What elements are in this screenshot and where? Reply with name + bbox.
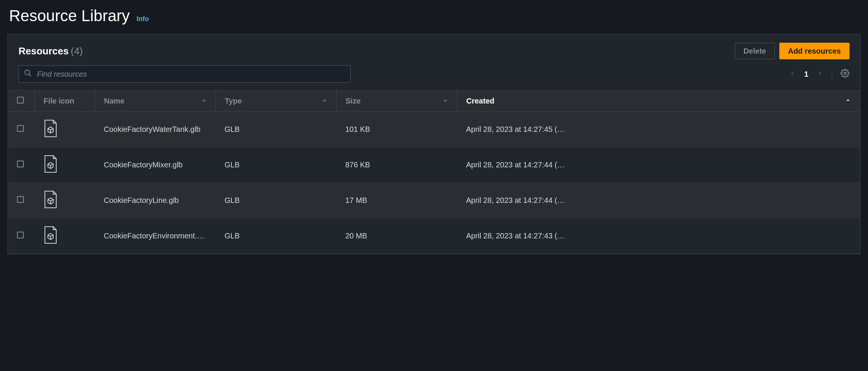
delete-button[interactable]: Delete <box>735 43 775 59</box>
resource-type: GLB <box>215 218 336 254</box>
svg-marker-3 <box>202 100 205 102</box>
col-created[interactable]: Created <box>457 91 860 112</box>
resources-heading: Resources (4) <box>18 45 83 57</box>
row-checkbox[interactable] <box>17 161 24 167</box>
page-title: Resource Library <box>9 7 130 25</box>
col-size-label: Size <box>346 97 361 105</box>
col-type-label: Type <box>225 97 242 105</box>
col-size[interactable]: Size <box>336 91 457 112</box>
col-file-icon[interactable]: File icon <box>34 91 95 112</box>
resource-name: CookieFactoryEnvironment.… <box>95 218 215 254</box>
row-checkbox[interactable] <box>17 125 24 132</box>
file-icon <box>43 119 58 139</box>
sort-indicator-icon <box>443 97 448 105</box>
file-icon <box>43 190 58 210</box>
table-row[interactable]: CookieFactoryMixer.glb GLB 876 KB April … <box>8 147 860 183</box>
svg-marker-6 <box>846 100 850 101</box>
sort-indicator-icon <box>845 97 851 105</box>
resource-name: CookieFactoryLine.glb <box>95 183 215 218</box>
sort-indicator-icon <box>201 97 206 105</box>
resource-created: April 28, 2023 at 14:27:44 (… <box>457 147 860 183</box>
resource-created: April 28, 2023 at 14:27:45 (… <box>457 112 860 147</box>
table-row[interactable]: CookieFactoryLine.glb GLB 17 MB April 28… <box>8 183 860 218</box>
resources-count: (4) <box>71 45 83 57</box>
search-input[interactable] <box>18 65 351 83</box>
resources-table: File icon Name Type Size <box>8 90 860 254</box>
next-page-button[interactable] <box>817 70 823 79</box>
resource-size: 101 KB <box>336 112 457 147</box>
col-created-label: Created <box>466 97 494 105</box>
resources-panel: Resources (4) Delete Add resources 1 <box>8 34 860 254</box>
add-resources-button[interactable]: Add resources <box>779 43 850 59</box>
resource-type: GLB <box>215 147 336 183</box>
prev-page-button[interactable] <box>789 70 796 79</box>
resource-created: April 28, 2023 at 14:27:43 (… <box>457 218 860 254</box>
resource-name: CookieFactoryWaterTank.glb <box>95 112 215 147</box>
file-icon <box>43 155 58 175</box>
page-number: 1 <box>804 70 808 79</box>
resources-title: Resources <box>18 45 69 57</box>
resource-name: CookieFactoryMixer.glb <box>95 147 215 183</box>
col-type[interactable]: Type <box>215 91 336 112</box>
info-link[interactable]: Info <box>137 15 149 23</box>
col-name[interactable]: Name <box>95 91 215 112</box>
resource-type: GLB <box>215 112 336 147</box>
col-name-label: Name <box>104 97 125 105</box>
search-icon <box>24 69 32 79</box>
sort-indicator-icon <box>322 97 327 105</box>
row-checkbox[interactable] <box>17 196 24 203</box>
settings-button[interactable] <box>840 69 850 80</box>
svg-marker-4 <box>323 100 326 102</box>
row-checkbox[interactable] <box>17 232 24 238</box>
divider <box>832 68 832 80</box>
select-all-checkbox[interactable] <box>17 97 24 104</box>
file-icon <box>43 226 58 246</box>
resource-type: GLB <box>215 183 336 218</box>
svg-marker-5 <box>444 100 446 102</box>
svg-point-0 <box>25 70 30 75</box>
resource-size: 876 KB <box>336 147 457 183</box>
svg-point-2 <box>844 72 846 74</box>
col-file-icon-label: File icon <box>44 97 74 105</box>
resource-size: 17 MB <box>336 183 457 218</box>
table-row[interactable]: CookieFactoryWaterTank.glb GLB 101 KB Ap… <box>8 112 860 147</box>
table-row[interactable]: CookieFactoryEnvironment.… GLB 20 MB Apr… <box>8 218 860 254</box>
resource-size: 20 MB <box>336 218 457 254</box>
svg-line-1 <box>29 74 31 76</box>
resource-created: April 28, 2023 at 14:27:44 (… <box>457 183 860 218</box>
